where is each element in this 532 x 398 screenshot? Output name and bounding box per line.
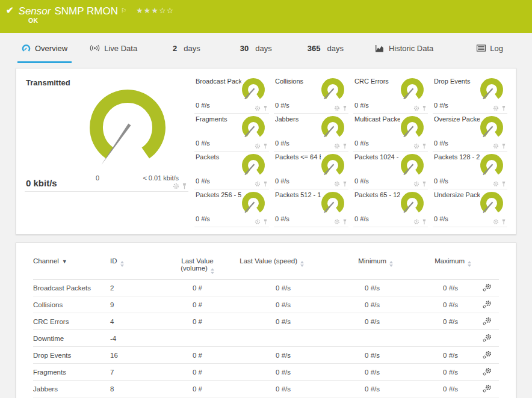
gauge-gear-icon[interactable] [413,105,419,111]
tab-label: Overview [35,44,67,53]
sort-icon [389,261,393,267]
pin-icon[interactable] [263,219,268,225]
tab-2-days[interactable]: 2days [169,35,205,63]
mini-gauge-cell[interactable]: Packets 65 - 127 Bytes 0 #/s [353,189,428,227]
priority-stars[interactable]: ★★★☆☆ [136,6,174,15]
mini-gauge-cell[interactable]: Oversize Packets 0 #/s [433,114,507,152]
mini-gauge-cell[interactable]: Collisions 0 #/s [274,76,348,114]
page-title: SensorSNMP RMON⚐★★★☆☆ [19,4,175,18]
gauge-gear-icon[interactable] [413,143,419,149]
channel-settings-icon[interactable] [483,283,492,292]
mini-gauge-cell[interactable]: Packets 1024 - 1518 B... 0 #/s [353,152,428,189]
sort-icon [120,261,124,267]
tab-30-days[interactable]: 30days [236,35,276,63]
channel-name-cell[interactable]: Drop Events [33,347,110,364]
channel-name-cell[interactable]: CRC Errors [33,313,110,330]
tab-overview[interactable]: Overview [17,35,72,63]
channel-settings-icon[interactable] [483,317,492,325]
pin-icon[interactable] [422,105,427,111]
mini-gauge-cell[interactable]: Packets <= 64 Byte 0 #/s [274,152,348,189]
pin-icon[interactable] [342,143,347,149]
column-header-last-value-speed[interactable]: Last Value (speed) [224,256,308,280]
mini-gauge-cell[interactable]: Broadcast Packets 0 #/s [194,76,269,114]
gauge-gear-icon[interactable] [493,219,499,225]
pin-icon[interactable] [422,219,427,225]
mini-gauge-cell[interactable]: Packets 0 #/s [194,152,269,189]
pin-icon[interactable] [342,105,347,111]
mini-gauge-cell[interactable]: Packets 256 - 511 Bytes 0 #/s [194,189,269,227]
column-label: Channel [33,257,59,265]
gauge-gear-icon[interactable] [255,181,261,187]
gauge-gear-icon[interactable] [173,183,179,189]
channel-name-cell[interactable]: Broadcast Packets [33,280,110,296]
channel-name-cell[interactable]: Jabbers [33,381,110,397]
column-header-id[interactable]: ID [110,256,170,280]
tab-log[interactable]: Log [472,35,507,63]
channel-settings-icon[interactable] [483,384,492,393]
status-badge: OK [28,17,39,24]
channel-max-cell: 0 #/s [397,280,475,296]
gauge-gear-icon[interactable] [413,219,419,225]
channel-settings-icon[interactable] [483,300,492,308]
mini-gauge-cell[interactable]: Fragments 0 #/s [194,114,269,152]
tab-historic-data[interactable]: Historic Data [371,35,438,63]
column-header-minimum[interactable]: Minimum [308,256,397,280]
mini-gauge-value: 0 #/s [354,177,369,185]
mini-gauge-cell[interactable]: Jabbers 0 #/s [274,114,348,152]
column-header-last-value-volume[interactable]: Last Value (volume) [170,256,224,280]
pin-icon[interactable] [182,183,187,189]
gauge-gear-icon[interactable] [255,143,261,149]
gauge-gear-icon[interactable] [493,105,499,111]
pin-icon[interactable] [501,181,506,187]
pin-icon[interactable] [422,181,427,187]
pin-icon[interactable] [422,143,427,149]
live-data-icon [90,44,100,52]
mini-gauge-dial [476,78,506,102]
column-label: Minimum [358,257,386,265]
mini-gauge-cell[interactable]: Packets 512 - 1023 Byt... 0 #/s [274,189,348,227]
tab-365-days[interactable]: 365days [303,35,348,63]
gauge-gear-icon[interactable] [255,105,261,111]
mini-gauge-dial [397,78,427,102]
gauge-gear-icon[interactable] [334,143,340,149]
mini-gauge-title: Fragments [196,115,241,123]
mini-gauge-dial [397,115,427,139]
gauge-icon [22,44,31,53]
channel-name-cell[interactable]: Downtime [33,330,110,347]
column-label: Last Value (volume) [181,257,214,272]
gauge-gear-icon[interactable] [334,105,340,111]
channel-volume-cell: 0 # [170,381,224,397]
main-gauge-cell[interactable]: Transmitted 0 < 0.01 kbit/s 0 kbit/s [25,76,188,192]
channel-max-cell: 0 #/s [397,313,475,330]
channel-name-cell[interactable]: Fragments [33,364,110,381]
mini-gauge-cell[interactable]: Undersize Packets 0 #/s [433,189,507,227]
flag-icon[interactable]: ⚐ [121,7,126,14]
channel-settings-icon[interactable] [483,334,492,342]
mini-gauge-cell[interactable]: Multicast Packets 0 #/s [353,114,428,152]
mini-gauge-dial [397,191,427,215]
mini-gauge-value: 0 #/s [434,215,448,222]
gauge-gear-icon[interactable] [493,181,499,187]
pin-icon[interactable] [342,181,347,187]
pin-icon[interactable] [263,105,268,111]
pin-icon[interactable] [263,143,268,149]
gauge-gear-icon[interactable] [334,181,340,187]
gauge-gear-icon[interactable] [334,219,340,225]
channel-settings-icon[interactable] [483,367,492,376]
gauge-gear-icon[interactable] [413,181,419,187]
mini-gauge-cell[interactable]: Drop Events 0 #/s [433,76,507,114]
pin-icon[interactable] [342,219,347,225]
gauge-gear-icon[interactable] [255,219,261,225]
channel-name-cell[interactable]: Collisions [33,296,110,313]
tab-live-data[interactable]: Live Data [85,35,141,63]
pin-icon[interactable] [501,105,506,111]
column-header-channel[interactable]: Channel▼ [33,256,110,280]
channel-settings-icon[interactable] [483,351,492,359]
pin-icon[interactable] [501,219,506,225]
pin-icon[interactable] [263,181,268,187]
gauge-gear-icon[interactable] [493,143,499,149]
mini-gauge-cell[interactable]: CRC Errors 0 #/s [353,76,428,114]
column-header-maximum[interactable]: Maximum [397,256,475,280]
mini-gauge-cell[interactable]: Packets 128 - 255 Bytes 0 #/s [433,152,507,189]
pin-icon[interactable] [501,143,506,149]
